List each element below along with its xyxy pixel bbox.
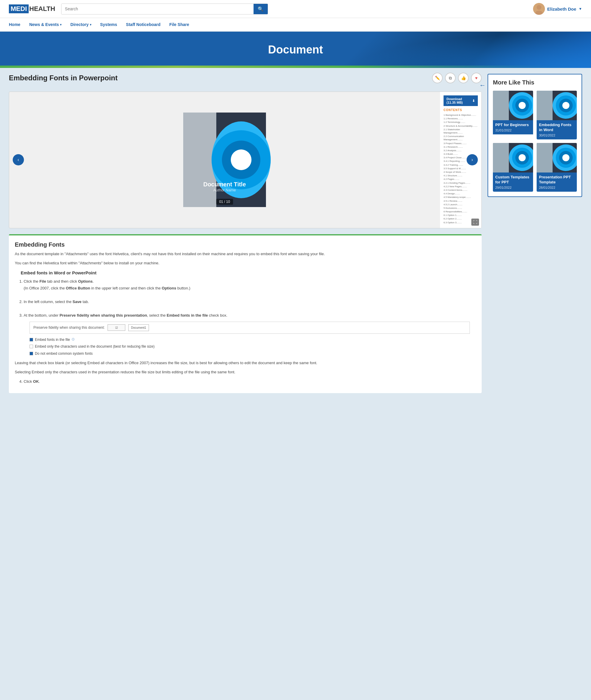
- page-banner: Document: [0, 31, 591, 68]
- nav-systems[interactable]: Systems: [100, 18, 117, 31]
- toc-line: 4.3 Content Items........: [444, 189, 478, 192]
- toc-line: 4.2.1 Existing Pages........: [444, 181, 478, 185]
- logo-medi: MEDI: [9, 4, 29, 13]
- toc-line: 4.5 Mandatory scope........: [444, 196, 478, 199]
- logo-health: HEALTH: [29, 5, 55, 13]
- desc-subtitle: Embed fonts in Word or PowerPoint: [21, 270, 476, 275]
- logo[interactable]: MEDI HEALTH: [9, 4, 55, 13]
- toc-lines: 1 Background & Objective........1.1 Revi…: [444, 114, 478, 224]
- mini-circles: [509, 144, 533, 171]
- card-name: Embedding Fonts in Word: [539, 123, 575, 133]
- checkbox-group: Embed fonts in the file ⓘ Embed only the…: [29, 337, 470, 356]
- toc-line: 4 Scope of Work........: [444, 170, 478, 174]
- banner-green-bar: [0, 66, 591, 68]
- search-input[interactable]: [61, 4, 254, 14]
- card-date: 28/01/2022: [539, 186, 575, 189]
- slide-circle-inner: [222, 141, 260, 179]
- toc-line: 6 Responsibilities........: [444, 210, 478, 213]
- user-area: Elizabeth Doe ▼: [533, 3, 582, 15]
- more-like-this-title: More Like This: [493, 79, 577, 86]
- card-name: PPT for Beginners: [495, 123, 531, 128]
- desc-para2: You can find the Helvetica font within "…: [15, 260, 476, 266]
- user-name: Elizabeth Doe: [547, 6, 576, 11]
- step-3: At the bottom, under Preserve fidelity w…: [24, 312, 476, 356]
- more-like-this-card[interactable]: Presentation PPT Template 28/01/2022: [537, 143, 577, 192]
- toc-line: 1.1 Revisions........: [444, 117, 478, 120]
- mini-circles: [552, 144, 577, 171]
- card-label: PPT for Beginners 31/01/2022: [493, 120, 533, 134]
- cb-row-2: Embed only the characters used in the do…: [29, 344, 470, 349]
- preserve-dropdown[interactable]: Document1: [128, 324, 149, 331]
- card-thumb: [537, 91, 577, 120]
- cb-no-common-label: Do not embed common system fonts: [35, 351, 92, 356]
- more-like-this-grid: PPT for Beginners 31/01/2022 Embedding F…: [493, 91, 577, 192]
- toc-line: 2.2 Communication Management........: [444, 135, 478, 141]
- mini-circles: [509, 92, 533, 119]
- more-like-this-card[interactable]: Embedding Fonts in Word 30/01/2022: [537, 91, 577, 139]
- search-bar: 🔍: [61, 4, 268, 14]
- news-events-chevron: ▾: [60, 23, 61, 26]
- step-1: Click the File tab and then click Option…: [24, 278, 476, 291]
- desc-para1: As the document template in "Attachments…: [15, 251, 476, 257]
- card-label: Custom Templates for PPT 29/01/2022: [493, 172, 533, 192]
- cb-row-3: Do not embed common system fonts: [29, 351, 470, 356]
- card-label: Presentation PPT Template 28/01/2022: [537, 172, 577, 192]
- more-like-this-card[interactable]: Custom Templates for PPT 29/01/2022: [493, 143, 533, 192]
- slide-graphic: Document Title Author Name 01 / 10: [183, 113, 266, 207]
- right-panel: ← More Like This PPT for Beginners 31/01…: [487, 74, 582, 393]
- fullscreen-button[interactable]: ⛶: [471, 219, 479, 226]
- preserve-checkbox: ☑: [108, 324, 125, 331]
- cb-embed-fonts: [29, 338, 33, 341]
- desc-title: Embedding Fonts: [15, 241, 476, 248]
- slideshow: ‹ Document Title: [9, 91, 482, 228]
- nav-home[interactable]: Home: [9, 18, 20, 31]
- nav-directory[interactable]: Directory ▾: [70, 18, 91, 31]
- user-dropdown-icon[interactable]: ▼: [579, 7, 582, 11]
- search-button[interactable]: 🔍: [254, 4, 268, 14]
- toc-line: 6.1 Option 1........: [444, 214, 478, 217]
- slide-prev-button[interactable]: ‹: [13, 154, 24, 165]
- card-name: Custom Templates for PPT: [495, 175, 531, 185]
- arrow-indicator: ←: [479, 81, 486, 89]
- toc-line: 2 Structure & Accountability........: [444, 124, 478, 128]
- cb-info-icon: ⓘ: [72, 337, 74, 342]
- card-label: Embedding Fonts in Word 30/01/2022: [537, 120, 577, 139]
- desc-para4: Selecting Embed only the characters used…: [15, 369, 476, 375]
- toc-line: 4.5.1 Review........: [444, 199, 478, 203]
- toc-line: 3.5 Support & M........: [444, 167, 478, 170]
- slide-next-button[interactable]: ›: [467, 154, 478, 165]
- desc-para3: Leaving that check box blank (or selecti…: [15, 360, 476, 366]
- card-name: Presentation PPT Template: [539, 175, 575, 185]
- toc-line: 3.2 Analysis........: [444, 149, 478, 152]
- desc-step4-list: Click OK.: [15, 378, 476, 385]
- svg-point-1: [537, 5, 541, 10]
- cb-row-1: Embed fonts in the file ⓘ: [29, 337, 470, 343]
- more-like-this-section: ← More Like This PPT for Beginners 31/01…: [487, 74, 582, 197]
- toc-line: 3.1 Research........: [444, 145, 478, 149]
- toc-line: 4.4 Design........: [444, 192, 478, 195]
- slide-title: Document Title: [183, 181, 266, 188]
- slide-circle-core: [231, 149, 252, 170]
- directory-chevron: ▾: [90, 23, 91, 26]
- slide-main-area: Document Title Author Name 01 / 10: [9, 92, 440, 228]
- copy-button[interactable]: ⧉: [445, 73, 456, 83]
- download-button[interactable]: Download (11.35 MB) ⬇: [444, 95, 478, 106]
- card-thumb: [493, 91, 533, 120]
- cb-embed-only-label: Embed only the characters used in the do…: [35, 344, 154, 349]
- nav-file-share[interactable]: File Share: [169, 18, 189, 31]
- download-label: Download (11.35 MB): [447, 97, 470, 104]
- toc-line: 5 Exclusions........: [444, 206, 478, 210]
- step-2: In the left column, select the Save tab.: [24, 299, 476, 305]
- more-like-this-card[interactable]: PPT for Beginners 31/01/2022: [493, 91, 533, 139]
- navigation: Home News & Events ▾ Directory ▾ Systems…: [0, 18, 591, 31]
- like-button[interactable]: 👍: [458, 73, 469, 83]
- preserve-label: Preserve fidelity when sharing this docu…: [34, 325, 105, 331]
- nav-news-events[interactable]: News & Events ▾: [29, 18, 61, 31]
- slide-text: Document Title Author Name: [183, 181, 266, 192]
- toc-line: 4.1 Structure........: [444, 174, 478, 177]
- slide-blue-area: [216, 113, 266, 207]
- slide-author: Author Name: [183, 188, 266, 192]
- step-1-text: Click the File tab and then click Option…: [24, 279, 94, 284]
- edit-button[interactable]: ✏️: [432, 73, 443, 83]
- nav-staff-noticeboard[interactable]: Staff Noticeboard: [126, 18, 160, 31]
